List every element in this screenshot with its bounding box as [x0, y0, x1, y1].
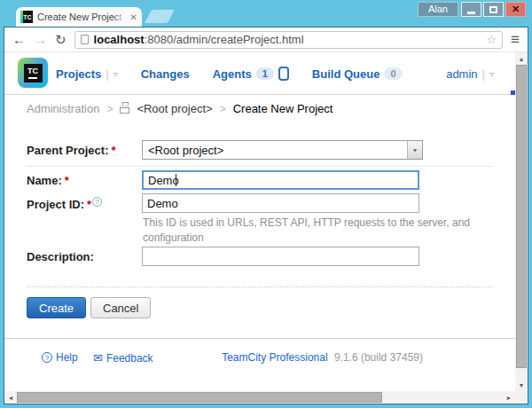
teamcity-header: TC Projects | ▿ Changes Agents 1 [4, 52, 515, 95]
project-cube-icon [120, 105, 129, 114]
window-controls: ✕ [461, 2, 526, 17]
close-icon: ✕ [512, 4, 520, 14]
select-arrow-icon[interactable]: ▼ [407, 141, 422, 159]
row-divider [27, 166, 492, 167]
create-button[interactable]: Create [27, 297, 86, 318]
name-input[interactable] [142, 170, 419, 190]
parent-project-label: Parent Project:* [27, 144, 116, 157]
agent-status-icon [278, 67, 289, 81]
project-id-input[interactable] [142, 193, 419, 213]
text-caret [176, 174, 176, 186]
description-input[interactable] [142, 247, 419, 266]
cancel-button[interactable]: Cancel [90, 297, 151, 318]
refresh-icon[interactable]: ↻ [55, 33, 66, 46]
footer-divider [4, 338, 515, 339]
browser-tab[interactable]: TC Create New Project — Tea ✕ [16, 7, 142, 27]
nav-projects[interactable]: Projects | ▿ [56, 67, 118, 81]
url-text: localhost:8080/admin/createProject.html [94, 33, 304, 46]
nav-changes[interactable]: Changes [141, 67, 190, 81]
page-icon [81, 35, 89, 44]
description-label: Description: [27, 250, 94, 263]
breadcrumb: Administration > <Root project> > Create… [27, 102, 332, 115]
brand-link[interactable]: TeamCity Professional [222, 351, 327, 364]
help-link[interactable]: ? Help [42, 351, 78, 364]
title-bar: TC Create New Project — Tea ✕ Alan ✕ [4, 0, 528, 27]
version-text: 9.1.6 (build 37459) [334, 351, 423, 364]
project-id-label: Project ID:*? [27, 197, 102, 211]
maximize-icon [489, 6, 497, 13]
vertical-scrollbar[interactable]: ▲ ▼ [515, 52, 528, 391]
help-question-icon[interactable]: ? [92, 197, 102, 207]
forward-icon[interactable]: → [34, 33, 47, 46]
close-button[interactable]: ✕ [505, 2, 526, 17]
main-nav: Projects | ▿ Changes Agents 1 Build Queu… [56, 52, 403, 95]
maximize-button[interactable] [483, 2, 504, 17]
browser-window: TC Create New Project — Tea ✕ Alan ✕ ← →… [0, 0, 532, 408]
page-footer: ? Help ✉ Feedback TeamCity Professional … [4, 351, 515, 369]
profile-badge[interactable]: Alan [418, 2, 458, 17]
nav-build-queue[interactable]: Build Queue 0 [312, 67, 403, 81]
chevron-down-icon: ▿ [489, 69, 494, 79]
teamcity-favicon-icon: TC [20, 11, 33, 23]
nav-agents[interactable]: Agents 1 [213, 67, 289, 81]
vertical-scroll-thumb[interactable] [516, 65, 527, 368]
scroll-right-icon[interactable]: ► [503, 391, 515, 404]
parent-project-select[interactable]: <Root project> ▼ [142, 140, 423, 160]
browser-client-area: ← → ↻ localhost:8080/admin/createProject… [4, 27, 528, 404]
breadcrumb-root-project[interactable]: <Root project> [137, 102, 212, 115]
tab-title: Create New Project — Tea [37, 12, 126, 22]
chevron-down-icon[interactable]: ▿ [113, 69, 118, 79]
url-host: localhost [94, 33, 145, 46]
breadcrumb-administration[interactable]: Administration [27, 102, 99, 115]
page-title: Create New Project [233, 102, 333, 115]
horizontal-scroll-thumb[interactable] [17, 392, 382, 403]
back-icon[interactable]: ← [12, 33, 26, 46]
queue-count-badge: 0 [384, 67, 402, 80]
menu-icon[interactable]: ≡ [511, 32, 520, 47]
scroll-down-icon[interactable]: ▼ [515, 379, 528, 391]
horizontal-scrollbar[interactable]: ◄ ► [4, 391, 515, 404]
user-name: admin [446, 67, 477, 81]
scroll-left-icon[interactable]: ◄ [4, 391, 17, 404]
new-tab-button[interactable] [145, 10, 175, 23]
bookmark-star-icon[interactable]: ☆ [486, 33, 497, 46]
help-icon: ? [42, 352, 52, 363]
tab-close-icon[interactable]: ✕ [130, 12, 137, 22]
scroll-up-icon[interactable]: ▲ [515, 52, 528, 65]
name-label: Name:* [27, 174, 69, 187]
user-menu[interactable]: admin | ▿ [446, 52, 494, 95]
parent-project-value: <Root project> [148, 144, 223, 157]
version-info: TeamCity Professional 9.1.6 (build 37459… [222, 351, 423, 364]
logo-text: TC [27, 67, 38, 75]
minimize-button[interactable] [461, 2, 481, 17]
browser-toolbar: ← → ↻ localhost:8080/admin/createProject… [4, 27, 528, 52]
page-viewport: TC Projects | ▿ Changes Agents 1 [4, 52, 528, 404]
address-bar[interactable]: localhost:8080/admin/createProject.html … [74, 31, 504, 49]
feedback-link[interactable]: ✉ Feedback [93, 351, 153, 365]
teamcity-page: TC Projects | ▿ Changes Agents 1 [4, 52, 515, 391]
agents-count-badge: 1 [256, 67, 274, 80]
url-path: :8080/admin/createProject.html [145, 33, 304, 46]
feedback-envelope-icon: ✉ [93, 351, 103, 365]
button-divider [27, 286, 492, 287]
minimize-icon [467, 12, 475, 14]
scrollbar-corner [515, 391, 528, 404]
teamcity-logo[interactable]: TC [18, 58, 48, 88]
